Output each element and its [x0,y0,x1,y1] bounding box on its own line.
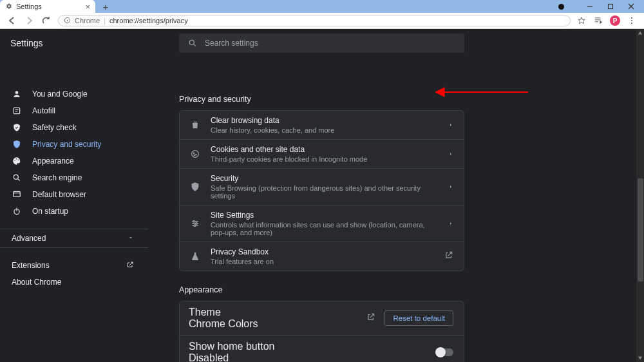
search-icon [12,173,22,182]
privacy-card: Clear browsing data Clear history, cooki… [179,110,464,271]
svg-point-30 [196,155,196,155]
svg-point-29 [193,153,194,153]
svg-point-15 [15,91,19,94]
cookie-icon [189,149,202,159]
search-icon [188,39,197,48]
chevron-right-icon [448,181,453,193]
row-site-settings[interactable]: Site Settings Controls what information … [180,205,464,242]
flask-icon [189,251,202,262]
sidebar-item-label: You and Google [32,90,88,99]
reset-to-default-button[interactable]: Reset to default [384,310,453,326]
svg-point-28 [192,151,199,158]
scrollbar-down-arrow[interactable] [636,354,644,362]
sidebar-advanced-label: Advanced [12,234,46,243]
shield-check-icon [12,123,22,132]
shield-icon [12,140,22,149]
bookmark-star-icon[interactable] [574,16,589,25]
browser-tab[interactable]: Settings × [0,0,95,13]
svg-line-14 [194,44,196,46]
window-close-button[interactable] [621,0,641,13]
security-icon [189,182,202,192]
settings-search-input[interactable] [205,39,455,48]
power-icon [12,207,22,216]
open-external-icon [444,251,453,262]
url-scheme-label: Chrome [75,17,100,24]
scrollbar-thumb[interactable] [638,178,643,281]
browser-icon [12,190,22,199]
row-privacy-sandbox[interactable]: Privacy Sandbox Trial features are on [180,242,464,271]
forward-button[interactable] [21,16,37,25]
sidebar-item-label: Appearance [32,157,74,166]
sidebar-extensions-label: Extensions [12,261,50,270]
settings-main-panel: Privacy and security Clear browsing data… [179,86,635,362]
sidebar-item-label: Search engine [32,173,82,182]
person-icon [12,90,22,99]
sidebar-item-label: Autofill [32,106,55,115]
svg-point-10 [631,17,632,19]
sidebar-item-search-engine[interactable]: Search engine [0,169,137,186]
row-home-button: Show home button Disabled [180,336,464,362]
svg-rect-24 [14,191,21,196]
window-maximize-button[interactable] [600,0,621,13]
sidebar-item-appearance[interactable]: Appearance [0,153,137,169]
svg-point-31 [194,155,194,155]
window-minimize-button[interactable] [580,0,600,13]
kebab-menu-icon[interactable] [625,16,639,25]
back-button[interactable] [4,16,21,25]
sidebar-about-link[interactable]: About Chrome [0,274,148,291]
reload-button[interactable] [37,16,54,25]
page-title: Settings [0,38,179,48]
row-security[interactable]: Security Safe Browsing (protection from … [180,169,464,205]
chevron-right-icon [448,148,453,160]
autofill-icon [12,106,22,115]
sidebar-item-default-browser[interactable]: Default browser [0,186,137,203]
address-bar[interactable]: Chrome | chrome://settings/privacy [58,15,571,26]
chevron-right-icon [448,119,453,131]
svg-point-21 [18,159,19,160]
sidebar-item-label: Default browser [32,190,86,199]
appearance-card: Theme Chrome Colors Reset to default Sho… [179,301,464,362]
section-title-appearance: Appearance [179,285,635,294]
settings-search[interactable] [179,33,464,53]
svg-point-22 [14,175,18,179]
gear-icon [5,3,12,11]
sidebar-item-label: Privacy and security [32,140,101,149]
svg-line-23 [18,179,20,181]
browser-toolbar: Chrome | chrome://settings/privacy P [0,13,644,29]
sidebar-extensions-link[interactable]: Extensions [0,257,148,274]
new-tab-button[interactable]: + [99,0,112,13]
sidebar-about-label: About Chrome [12,278,61,287]
brush-icon [12,157,22,166]
tab-title: Settings [16,3,42,10]
chevron-right-icon [448,218,453,229]
profile-avatar[interactable]: P [608,15,622,26]
trash-icon [189,120,202,130]
svg-point-11 [631,20,632,21]
svg-point-12 [631,23,632,24]
svg-point-13 [189,40,194,44]
svg-rect-1 [609,5,613,9]
sliders-icon [189,218,202,229]
vertical-scrollbar[interactable] [636,29,644,362]
sidebar-item-privacy[interactable]: Privacy and security [0,136,137,153]
account-indicator-dot [558,4,564,10]
section-title-privacy: Privacy and security [179,95,635,104]
svg-point-20 [16,158,17,160]
row-cookies[interactable]: Cookies and other site data Third-party … [180,140,464,169]
home-button-toggle[interactable] [437,348,453,356]
sidebar-item-you-and-google[interactable]: You and Google [0,86,137,102]
tab-close-button[interactable]: × [85,3,90,11]
open-external-icon [126,261,134,271]
settings-sidebar: You and Google Autofill Safety check Pri… [0,86,148,362]
sidebar-advanced-toggle[interactable]: Advanced [0,229,148,248]
sidebar-item-on-startup[interactable]: On startup [0,203,137,220]
site-info-icon[interactable] [64,17,71,25]
sidebar-item-autofill[interactable]: Autofill [0,102,137,119]
url-text: chrome://settings/privacy [109,17,188,24]
sidebar-item-safety-check[interactable]: Safety check [0,119,137,136]
open-external-icon[interactable] [366,312,375,324]
row-clear-browsing-data[interactable]: Clear browsing data Clear history, cooki… [180,111,464,140]
sidebar-item-label: On startup [32,207,68,216]
row-theme[interactable]: Theme Chrome Colors Reset to default [180,301,464,336]
reading-list-icon[interactable] [591,16,605,25]
